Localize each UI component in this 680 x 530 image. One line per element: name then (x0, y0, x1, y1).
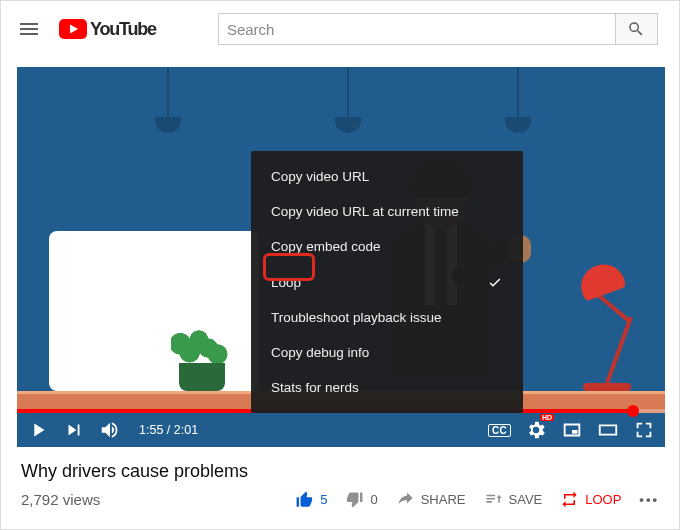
ctx-loop[interactable]: Loop (251, 264, 523, 300)
save-icon (484, 490, 503, 509)
miniplayer-icon[interactable] (561, 419, 583, 441)
loop-button[interactable]: LOOP (560, 490, 621, 509)
save-button[interactable]: SAVE (484, 490, 543, 509)
fullscreen-icon[interactable] (633, 419, 655, 441)
hamburger-icon[interactable] (17, 17, 41, 41)
ctx-copy-debug-info[interactable]: Copy debug info (251, 335, 523, 370)
time-display: 1:55 / 2:01 (139, 423, 198, 437)
share-icon (396, 490, 415, 509)
thumbs-up-icon (295, 490, 314, 509)
hd-badge: HD (540, 414, 554, 421)
theater-icon[interactable] (597, 419, 619, 441)
cc-button[interactable]: CC (488, 424, 511, 437)
ctx-copy-video-url[interactable]: Copy video URL (251, 159, 523, 194)
play-icon[interactable] (27, 419, 49, 441)
ctx-troubleshoot[interactable]: Troubleshoot playback issue (251, 300, 523, 335)
ctx-copy-video-url-at-time[interactable]: Copy video URL at current time (251, 194, 523, 229)
check-icon (487, 274, 503, 290)
search-icon (627, 20, 645, 38)
like-button[interactable]: 5 (295, 490, 327, 509)
masthead: YouTube (1, 1, 679, 57)
video-title: Why drivers cause problems (21, 461, 659, 482)
gear-icon (525, 419, 547, 441)
search-input[interactable] (218, 13, 616, 45)
search-box (218, 13, 658, 45)
volume-icon[interactable] (99, 419, 121, 441)
view-count: 2,792 views (21, 491, 100, 508)
action-bar: 5 0 SHARE SAVE LOOP ••• (295, 490, 659, 509)
next-icon[interactable] (63, 419, 85, 441)
thumbs-down-icon (345, 490, 364, 509)
video-player[interactable]: Copy video URL Copy video URL at current… (17, 67, 665, 447)
dislike-button[interactable]: 0 (345, 490, 377, 509)
loop-icon (560, 490, 579, 509)
share-button[interactable]: SHARE (396, 490, 466, 509)
more-actions-button[interactable]: ••• (639, 492, 659, 507)
logo-text: YouTube (90, 19, 156, 40)
youtube-logo[interactable]: YouTube (59, 17, 156, 41)
ctx-stats-for-nerds[interactable]: Stats for nerds (251, 370, 523, 405)
player-controls: 1:55 / 2:01 CC HD (17, 413, 665, 447)
ctx-copy-embed-code[interactable]: Copy embed code (251, 229, 523, 264)
settings-button[interactable]: HD (525, 419, 547, 441)
video-info: Why drivers cause problems 2,792 views 5… (17, 447, 663, 509)
video-context-menu: Copy video URL Copy video URL at current… (251, 151, 523, 413)
search-button[interactable] (616, 13, 658, 45)
